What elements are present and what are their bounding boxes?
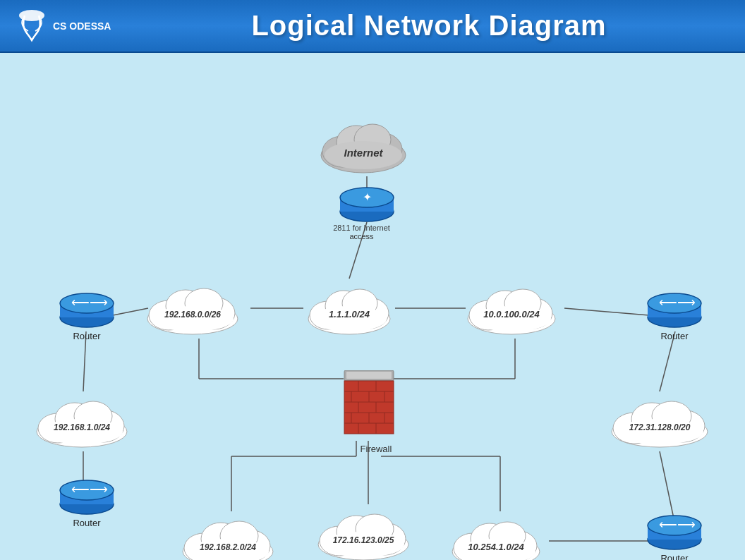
svg-text:10.0.100.0/24: 10.0.100.0/24 <box>483 309 540 319</box>
cloud-left: 192.168.0.0/26 <box>138 275 247 339</box>
svg-text:192.168.2.0/24: 192.168.2.0/24 <box>200 542 256 552</box>
svg-text:⟶: ⟶ <box>677 518 696 532</box>
svg-text:172.31.128.0/20: 172.31.128.0/20 <box>629 422 691 432</box>
router-bottom-right-label: Router <box>660 553 688 560</box>
svg-text:192.168.0.0/26: 192.168.0.0/26 <box>164 310 221 319</box>
svg-text:10.254.1.0/24: 10.254.1.0/24 <box>468 542 524 552</box>
svg-text:172.16.123.0/25: 172.16.123.0/25 <box>333 535 394 545</box>
router-left: ⟵ ⟶ Router <box>59 293 115 341</box>
svg-text:Internet: Internet <box>344 147 383 159</box>
header: CS ODESSA Logical Network Diagram <box>0 0 745 53</box>
firewall-label: Firewall <box>361 444 392 454</box>
svg-text:192.168.1.0/24: 192.168.1.0/24 <box>54 422 110 432</box>
svg-rect-84 <box>346 372 392 379</box>
router-bottom-right: ⟵ ⟶ Router <box>646 515 703 560</box>
logo-area: CS ODESSA <box>14 8 127 44</box>
cloud-right: 10.0.100.0/24 <box>459 275 564 339</box>
svg-text:⟵: ⟵ <box>659 518 677 532</box>
router-bottom-left: ⟵ ⟶ Router <box>59 480 115 528</box>
svg-text:⟵: ⟵ <box>659 296 677 310</box>
top-router: ✦ 2811 for Internetaccess <box>339 187 395 241</box>
top-router-label: 2811 for Internetaccess <box>323 224 401 241</box>
svg-rect-85 <box>344 381 394 434</box>
cloud-bot2: 172.16.123.0/25 <box>308 501 418 560</box>
cloud-lower-right: 172.31.128.0/20 <box>601 388 717 451</box>
firewall: Firewall <box>337 370 401 454</box>
cloud-bot3: 10.254.1.0/24 <box>443 508 549 560</box>
svg-text:⟵: ⟵ <box>71 482 90 497</box>
router-left-label: Router <box>73 331 100 341</box>
svg-text:✦: ✦ <box>363 191 372 203</box>
cloud-center: 1.1.1.0/24 <box>300 275 399 339</box>
logo-icon <box>14 8 49 44</box>
router-right: ⟵ ⟶ Router <box>646 293 703 341</box>
cloud-bot1: 192.168.2.0/24 <box>173 508 282 560</box>
svg-text:⟶: ⟶ <box>677 296 696 310</box>
router-bottom-left-label: Router <box>73 518 100 528</box>
svg-text:1.1.1.0/24: 1.1.1.0/24 <box>329 309 370 319</box>
cloud-lower-left: 192.168.1.0/24 <box>27 388 136 451</box>
router-right-label: Router <box>660 331 688 341</box>
svg-text:⟶: ⟶ <box>90 296 108 310</box>
svg-text:⟶: ⟶ <box>90 482 108 497</box>
svg-text:⟵: ⟵ <box>71 296 90 310</box>
svg-line-10 <box>660 451 674 518</box>
internet-cloud: Internet <box>310 113 416 176</box>
svg-line-6 <box>564 308 649 315</box>
diagram-area: Internet ✦ 2811 for Internetaccess 1.1.1… <box>0 53 745 560</box>
logo-text: CS ODESSA <box>53 20 111 32</box>
page-title: Logical Network Diagram <box>127 10 731 42</box>
